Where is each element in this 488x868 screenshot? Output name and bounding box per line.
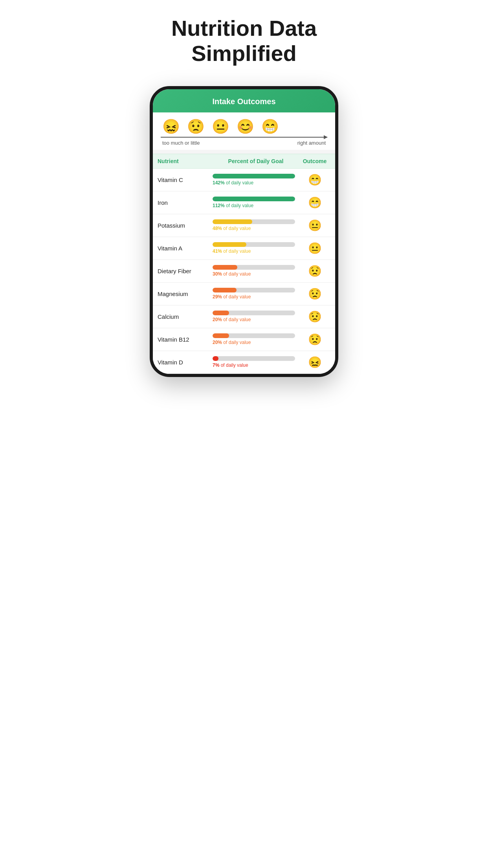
legend-emoji-3: 😊	[237, 120, 254, 134]
bar-fill	[213, 219, 252, 224]
table-row: Vitamin B12 20% of daily value 😟	[153, 328, 335, 351]
outcome-emoji: 😁	[308, 173, 322, 186]
nutrient-name: Vitamin D	[158, 359, 213, 366]
outcome-emoji: 😖	[308, 356, 322, 369]
outcome-cell: 😖	[299, 356, 330, 369]
table-row: Potassium 48% of daily value 😐	[153, 214, 335, 237]
nutrient-name: Magnesium	[158, 291, 213, 297]
col-header-nutrient: Nutrient	[158, 158, 213, 164]
outcome-emoji: 😁	[308, 196, 322, 209]
nutrient-name: Iron	[158, 199, 213, 206]
legend-emoji-4: 😁	[261, 120, 279, 134]
outcomes-legend: 😖😟😐😊😁 too much or little right amount	[153, 112, 335, 150]
bar-track	[213, 219, 295, 224]
bar-track	[213, 242, 295, 247]
bar-cell: 112% of daily value	[213, 197, 299, 208]
outcome-emoji: 😟	[308, 265, 322, 278]
table-header: Nutrient Percent of Daily Goal Outcome	[153, 154, 335, 169]
bar-track	[213, 311, 295, 315]
label-right: right amount	[297, 140, 326, 146]
bar-label: 20% of daily value	[213, 317, 251, 322]
bar-track	[213, 356, 295, 361]
col-header-outcome: Outcome	[299, 158, 330, 164]
nutrient-name: Dietary Fiber	[158, 268, 213, 274]
bar-label: 142% of daily value	[213, 180, 253, 186]
legend-emoji-2: 😐	[212, 120, 229, 134]
bar-track	[213, 333, 295, 338]
bar-label: 41% of daily value	[213, 248, 251, 254]
bar-label: 30% of daily value	[213, 271, 251, 277]
nutrient-name: Vitamin C	[158, 177, 213, 183]
bar-fill	[213, 288, 237, 292]
bar-label: 29% of daily value	[213, 294, 251, 300]
arrow-row	[161, 137, 327, 138]
outcome-emoji: 😐	[308, 242, 322, 255]
outcome-cell: 😟	[299, 265, 330, 278]
outcome-cell: 😟	[299, 333, 330, 346]
bar-track	[213, 197, 295, 201]
bar-fill	[213, 333, 229, 338]
outcome-cell: 😟	[299, 287, 330, 300]
bar-fill	[213, 356, 218, 361]
bar-fill	[213, 311, 229, 315]
phone-frame: Intake Outcomes 😖😟😐😊😁 too much or little…	[150, 86, 338, 377]
table-row: Dietary Fiber 30% of daily value 😟	[153, 260, 335, 283]
bar-label: 48% of daily value	[213, 226, 251, 231]
bar-fill	[213, 197, 295, 201]
bar-fill	[213, 174, 295, 178]
outcome-cell: 😐	[299, 219, 330, 232]
header-title: Intake Outcomes	[153, 97, 335, 106]
table-row: Vitamin D 7% of daily value 😖	[153, 351, 335, 374]
legend-emoji-0: 😖	[162, 120, 180, 134]
bar-cell: 48% of daily value	[213, 219, 299, 231]
bar-label: 112% of daily value	[213, 203, 253, 208]
bar-fill	[213, 265, 237, 270]
outcome-cell: 😁	[299, 196, 330, 209]
table-row: Calcium 20% of daily value 😟	[153, 305, 335, 328]
bar-cell: 20% of daily value	[213, 333, 299, 345]
phone-header: Intake Outcomes	[153, 89, 335, 112]
outcome-cell: 😟	[299, 310, 330, 323]
table-row: Vitamin A 41% of daily value 😐	[153, 237, 335, 260]
outcome-emoji: 😐	[308, 219, 322, 232]
bar-track	[213, 174, 295, 178]
outcome-emoji: 😟	[308, 333, 322, 346]
outcome-emoji: 😟	[308, 310, 322, 323]
bar-cell: 20% of daily value	[213, 311, 299, 322]
nutrient-name: Calcium	[158, 313, 213, 320]
bar-cell: 41% of daily value	[213, 242, 299, 254]
bar-cell: 30% of daily value	[213, 265, 299, 277]
outcome-cell: 😐	[299, 242, 330, 255]
label-left: too much or little	[162, 140, 200, 146]
nutrient-name: Potassium	[158, 222, 213, 229]
page-title: Nutrition Data Simplified	[171, 16, 317, 66]
table-row: Magnesium 29% of daily value 😟	[153, 283, 335, 305]
bar-track	[213, 265, 295, 270]
bar-track	[213, 288, 295, 292]
bar-label: 20% of daily value	[213, 340, 251, 345]
bar-fill	[213, 242, 246, 247]
table-section: Nutrient Percent of Daily Goal Outcome V…	[153, 150, 335, 374]
table-row: Vitamin C 142% of daily value 😁	[153, 169, 335, 191]
nutrient-name: Vitamin B12	[158, 336, 213, 343]
emoji-row: 😖😟😐😊😁	[161, 120, 279, 134]
bar-cell: 29% of daily value	[213, 288, 299, 300]
table-row: Iron 112% of daily value 😁	[153, 191, 335, 214]
bar-cell: 7% of daily value	[213, 356, 299, 368]
outcome-emoji: 😟	[308, 287, 322, 300]
bar-label: 7% of daily value	[213, 362, 248, 368]
bar-cell: 142% of daily value	[213, 174, 299, 186]
outcome-cell: 😁	[299, 173, 330, 186]
legend-labels: too much or little right amount	[161, 140, 327, 146]
col-header-percent: Percent of Daily Goal	[213, 158, 299, 164]
legend-emoji-1: 😟	[187, 120, 205, 134]
nutrient-name: Vitamin A	[158, 245, 213, 252]
